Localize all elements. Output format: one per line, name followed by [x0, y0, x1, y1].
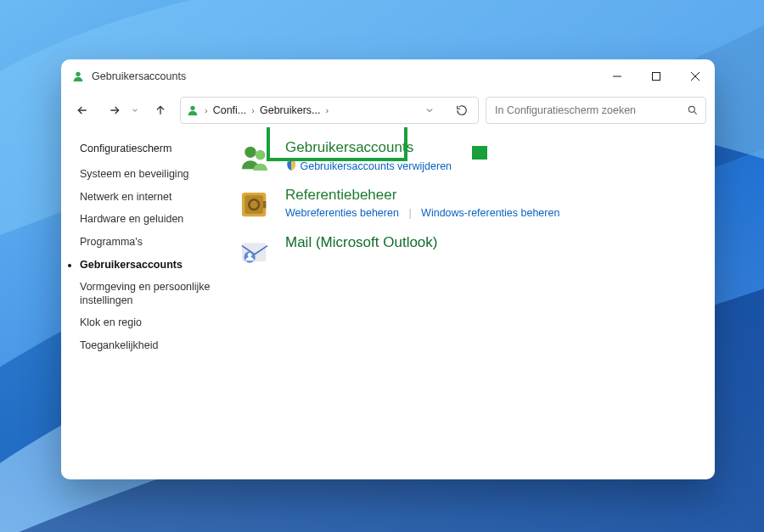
maximize-button[interactable] [637, 59, 676, 93]
window-title: Gebruikersaccounts [92, 70, 186, 82]
category-links: Gebruikersaccounts verwijderen [285, 160, 698, 172]
sidebar: Configuratiescherm Systeem en beveiligin… [61, 127, 231, 479]
sidebar-item-hardware-sound[interactable]: Hardware en geluiden [80, 213, 231, 227]
content-area: Gebruikersaccounts Gebruikersaccounts ve… [231, 127, 715, 479]
link-separator: | [402, 207, 418, 219]
breadcrumb-separator: › [324, 105, 331, 115]
address-bar[interactable]: › Confi... › Gebruikers... › [180, 97, 479, 124]
category-user-accounts: Gebruikersaccounts Gebruikersaccounts ve… [236, 139, 698, 175]
control-panel-window: Gebruikersaccounts [61, 59, 715, 479]
breadcrumb-crumb[interactable]: Confi... [211, 104, 249, 116]
users-people-icon [236, 139, 273, 175]
toolbar: › Confi... › Gebruikers... › [61, 93, 715, 127]
category-title[interactable]: Referentiebeheer [285, 187, 698, 204]
sidebar-item-network-internet[interactable]: Netwerk en internet [80, 191, 231, 204]
search-icon [687, 104, 699, 116]
sidebar-header[interactable]: Configuratiescherm [80, 143, 231, 154]
breadcrumb-separator: › [250, 105, 256, 115]
address-user-icon [186, 104, 199, 117]
svg-point-9 [244, 147, 256, 158]
svg-point-17 [248, 253, 252, 257]
category-title[interactable]: Mail (Microsoft Outlook) [285, 234, 698, 251]
svg-rect-3 [653, 73, 660, 81]
category-mail-outlook: Mail (Microsoft Outlook) [236, 234, 698, 270]
refresh-button[interactable] [449, 98, 475, 123]
breadcrumb-crumb[interactable]: Gebruikers... [258, 104, 323, 116]
link-remove-user-accounts[interactable]: Gebruikersaccounts verwijderen [300, 160, 452, 172]
sidebar-item-accessibility[interactable]: Toegankelijkheid [80, 339, 231, 353]
window-controls [598, 59, 715, 93]
mail-profile-icon [236, 234, 273, 270]
nav-up-button[interactable] [148, 98, 173, 123]
svg-point-6 [190, 106, 194, 110]
title-bar: Gebruikersaccounts [61, 59, 715, 93]
svg-rect-12 [244, 195, 263, 214]
breadcrumb-separator: › [203, 105, 210, 115]
sidebar-item-system-security[interactable]: Systeem en beveiliging [80, 168, 231, 182]
sidebar-item-user-accounts[interactable]: Gebruikersaccounts [80, 259, 231, 272]
svg-point-7 [688, 106, 694, 112]
user-accounts-icon [71, 70, 85, 83]
search-bar[interactable] [486, 97, 706, 124]
category-title[interactable]: Gebruikersaccounts [285, 139, 698, 156]
sidebar-item-programs[interactable]: Programma's [80, 236, 231, 249]
link-manage-web-credentials[interactable]: Webreferenties beheren [285, 207, 399, 219]
address-history-dropdown[interactable] [417, 98, 442, 123]
search-input[interactable] [493, 104, 687, 117]
svg-rect-14 [263, 201, 266, 208]
nav-history-dropdown[interactable] [129, 98, 141, 123]
svg-point-10 [256, 150, 266, 160]
nav-forward-button[interactable] [102, 98, 127, 123]
sidebar-item-clock-region[interactable]: Klok en regio [80, 316, 231, 330]
svg-line-8 [694, 111, 696, 114]
close-button[interactable] [676, 59, 715, 93]
minimize-button[interactable] [598, 59, 637, 93]
shield-icon [285, 160, 297, 171]
svg-point-1 [76, 72, 80, 76]
sidebar-item-appearance-personalization[interactable]: Vormgeving en persoonlijke instellingen [80, 281, 231, 307]
nav-back-button[interactable] [70, 98, 95, 123]
link-manage-windows-credentials[interactable]: Windows-referenties beheren [421, 207, 559, 219]
category-credential-manager: Referentiebeheer Webreferenties beheren … [236, 187, 698, 222]
safe-vault-icon [236, 187, 273, 222]
category-links: Webreferenties beheren | Windows-referen… [285, 207, 698, 219]
